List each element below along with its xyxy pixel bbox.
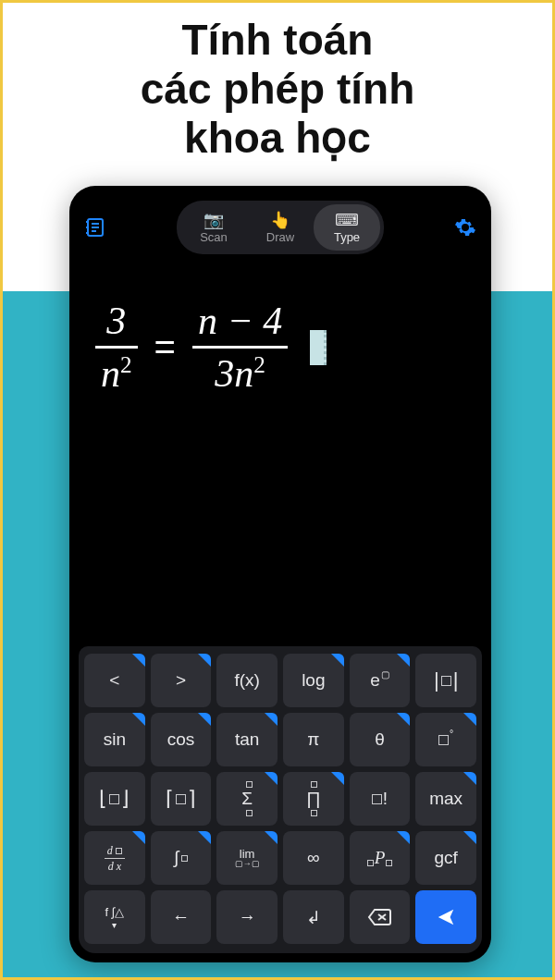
key-max-label: max: [429, 789, 462, 809]
key-more-label: f ∫△▾: [105, 905, 124, 930]
key-floor[interactable]: ⌊⌋: [84, 772, 145, 826]
key-integral-label: ∫: [174, 848, 188, 868]
eq-left-numerator: 3: [101, 300, 131, 341]
key-ceil[interactable]: ⌈⌉: [151, 772, 212, 826]
key-fx-label: f(x): [234, 670, 259, 691]
promo-headline: Tính toán các phép tính khoa học: [3, 3, 552, 163]
key-permute-label: P: [367, 848, 393, 868]
key-max[interactable]: max: [415, 772, 476, 826]
key-permute[interactable]: P: [350, 831, 411, 885]
eq-right-numerator: n − 4: [192, 300, 288, 341]
notes-icon[interactable]: [79, 211, 112, 244]
key-log-label: log: [302, 670, 325, 691]
key-tan[interactable]: tan: [216, 713, 278, 766]
key-right[interactable]: →: [216, 890, 278, 944]
key-submit-label: [436, 907, 456, 927]
key-limit[interactable]: lim▢→▢: [216, 831, 278, 885]
key-limit-label: lim▢→▢: [235, 848, 260, 868]
keyboard-icon: ⌨: [335, 212, 359, 228]
key-prod-label: ∏: [306, 789, 321, 809]
key-sigma-label: Σ: [241, 789, 253, 809]
key-newline-label: ↲: [306, 907, 321, 928]
eq-right-denominator: 3n2: [209, 353, 271, 394]
key-theta[interactable]: θ: [350, 713, 411, 766]
key-backspace[interactable]: [350, 890, 411, 944]
key-theta-label: θ: [375, 729, 385, 750]
key-deriv-label: d d x: [105, 845, 125, 872]
segment-draw-label: Draw: [266, 230, 294, 244]
key-submit[interactable]: [415, 890, 476, 944]
key-infty-label: ∞: [307, 848, 320, 868]
segment-type[interactable]: ⌨ Type: [314, 204, 380, 251]
key-fx[interactable]: f(x): [216, 654, 278, 707]
key-left-label: ←: [172, 907, 190, 927]
key-cos[interactable]: cos: [151, 713, 212, 766]
key-factorial-label: !: [372, 789, 388, 809]
key-degree-label: °: [438, 735, 453, 745]
key-degree[interactable]: °: [415, 713, 476, 766]
math-keyboard: <>f(x)loge▢||sincostanπθ°⌊⌋⌈⌉Σ∏!maxd d x…: [79, 646, 482, 953]
key-floor-label: ⌊⌋: [98, 787, 130, 811]
segment-type-label: Type: [334, 230, 360, 244]
equation-left-fraction: 3 n2: [95, 300, 138, 394]
key-gcf-label: gcf: [434, 848, 457, 868]
key-pi[interactable]: π: [283, 713, 344, 766]
key-lt-label: <: [109, 670, 119, 691]
key-left[interactable]: ←: [151, 890, 212, 944]
key-deriv[interactable]: d d x: [84, 831, 145, 885]
key-more[interactable]: f ∫△▾: [84, 890, 145, 944]
key-sigma[interactable]: Σ: [216, 772, 278, 826]
key-integral[interactable]: ∫: [151, 831, 212, 885]
key-pi-label: π: [307, 729, 319, 750]
equation-editor[interactable]: 3 n2 = n − 4 3n2: [79, 256, 482, 407]
key-sin[interactable]: sin: [84, 713, 145, 766]
key-abs[interactable]: ||: [415, 654, 476, 707]
key-sin-label: sin: [104, 729, 126, 750]
key-backspace-label: [367, 908, 391, 926]
camera-icon: 📷: [204, 212, 224, 228]
equation-right-fraction: n − 4 3n2: [192, 300, 288, 394]
key-epow[interactable]: e▢: [350, 654, 411, 707]
key-cos-label: cos: [167, 729, 195, 750]
key-abs-label: ||: [433, 668, 459, 692]
key-tan-label: tan: [235, 729, 259, 750]
text-cursor: [310, 330, 327, 365]
key-log[interactable]: log: [283, 654, 344, 707]
key-ceil-label: ⌈⌉: [165, 787, 197, 811]
key-gcf[interactable]: gcf: [415, 831, 476, 885]
phone-frame: 📷 Scan 👆 Draw ⌨ Type 3 n2: [69, 186, 491, 962]
hand-icon: 👆: [270, 212, 290, 228]
key-prod[interactable]: ∏: [283, 772, 344, 826]
key-gt[interactable]: >: [151, 654, 212, 707]
segment-scan[interactable]: 📷 Scan: [180, 204, 247, 251]
key-infty[interactable]: ∞: [283, 831, 344, 885]
segment-draw[interactable]: 👆 Draw: [247, 204, 314, 251]
key-epow-label: e▢: [370, 670, 389, 691]
gear-icon[interactable]: [449, 211, 482, 244]
key-factorial[interactable]: !: [350, 772, 411, 826]
top-bar: 📷 Scan 👆 Draw ⌨ Type: [79, 199, 482, 256]
key-right-label: →: [239, 907, 256, 927]
segment-scan-label: Scan: [200, 230, 228, 244]
key-gt-label: >: [176, 670, 186, 691]
input-mode-segmented: 📷 Scan 👆 Draw ⌨ Type: [177, 201, 384, 254]
eq-left-denominator: n2: [95, 353, 138, 394]
key-newline[interactable]: ↲: [283, 890, 344, 944]
key-lt[interactable]: <: [84, 654, 145, 707]
eq-equals: =: [154, 326, 176, 368]
